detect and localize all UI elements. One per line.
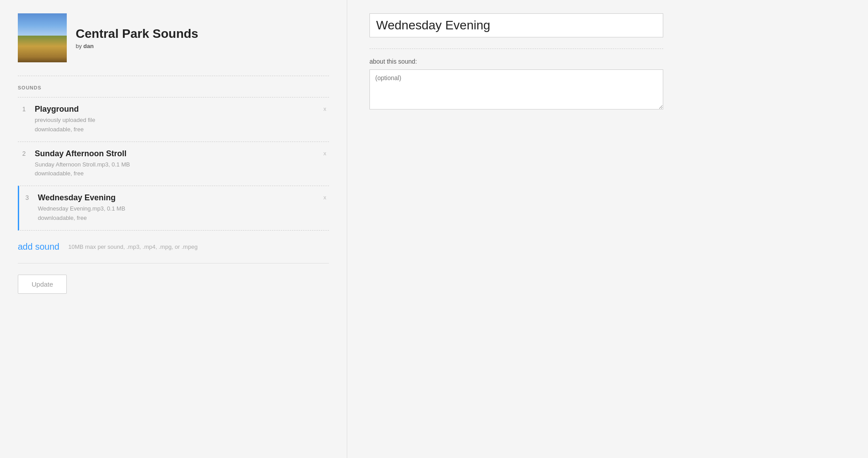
sound-details-2: Sunday Afternoon Stroll Sunday Afternoon…	[35, 149, 130, 179]
sound-item-3: 3 Wednesday Evening Wednesday Evening.mp…	[18, 186, 329, 231]
bottom-divider	[18, 263, 329, 263]
sound-item-2: 2 Sunday Afternoon Stroll Sunday Afterno…	[18, 142, 329, 186]
sound-remove-3[interactable]: x	[321, 193, 329, 202]
sound-title-input[interactable]	[369, 13, 663, 37]
album-art	[18, 13, 67, 62]
album-author: dan	[83, 43, 93, 49]
sounds-section-label: SOUNDS	[18, 85, 329, 90]
sound-meta-1: previously uploaded filedownloadable, fr…	[35, 116, 95, 134]
album-title: Central Park Sounds	[76, 27, 198, 41]
sound-meta-3: Wednesday Evening.mp3, 0.1 MBdownloadabl…	[38, 204, 125, 223]
sound-item-1: 1 Playground previously uploaded filedow…	[18, 97, 329, 142]
update-button[interactable]: Update	[18, 275, 67, 294]
sound-meta-2: Sunday Afternoon Stroll.mp3, 0.1 MBdownl…	[35, 160, 130, 179]
header-divider	[18, 76, 329, 76]
sound-remove-2[interactable]: x	[321, 149, 329, 158]
by-label: by	[76, 43, 82, 49]
about-textarea[interactable]	[369, 69, 663, 109]
album-byline: by dan	[76, 43, 198, 49]
sound-number-2: 2	[22, 150, 29, 157]
sound-name-2[interactable]: Sunday Afternoon Stroll	[35, 149, 130, 158]
sound-name-3[interactable]: Wednesday Evening	[38, 193, 125, 203]
sound-item-2-left: 2 Sunday Afternoon Stroll Sunday Afterno…	[22, 149, 130, 179]
sound-number-3: 3	[25, 194, 32, 201]
sound-name-1[interactable]: Playground	[35, 105, 95, 114]
sound-number-1: 1	[22, 105, 29, 113]
add-sound-hint: 10MB max per sound, .mp3, .mp4, .mpg, or…	[68, 243, 197, 250]
right-divider	[369, 49, 663, 49]
left-panel: Central Park Sounds by dan SOUNDS 1 Play…	[0, 0, 347, 458]
album-info: Central Park Sounds by dan	[76, 27, 198, 49]
sound-remove-1[interactable]: x	[321, 105, 329, 113]
sound-item-1-left: 1 Playground previously uploaded filedow…	[22, 105, 95, 134]
album-art-image	[18, 13, 67, 62]
about-label: about this sound:	[369, 58, 846, 65]
sound-item-3-left: 3 Wednesday Evening Wednesday Evening.mp…	[25, 193, 125, 223]
sound-details-1: Playground previously uploaded filedownl…	[35, 105, 95, 134]
add-sound-row: add sound 10MB max per sound, .mp3, .mp4…	[18, 231, 329, 261]
sound-details-3: Wednesday Evening Wednesday Evening.mp3,…	[38, 193, 125, 223]
sounds-list: 1 Playground previously uploaded filedow…	[18, 97, 329, 231]
right-panel: about this sound:	[347, 0, 868, 458]
album-header: Central Park Sounds by dan	[18, 13, 329, 62]
add-sound-link[interactable]: add sound	[18, 242, 59, 252]
